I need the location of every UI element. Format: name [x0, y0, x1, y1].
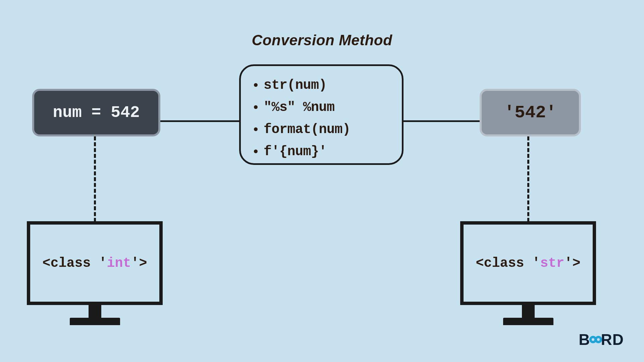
type-keyword: str — [540, 256, 565, 271]
monitor-left: <class 'int'> — [27, 221, 163, 325]
input-value-box: num = 542 — [32, 89, 160, 136]
type-prefix: <class ' — [42, 256, 107, 271]
logo-suffix: RD — [601, 330, 624, 349]
type-keyword: int — [107, 256, 131, 271]
type-suffix: '> — [565, 256, 581, 271]
monitor-right-screen: <class 'str'> — [460, 221, 596, 305]
type-display-right: <class 'str'> — [476, 256, 580, 271]
monitor-neck — [522, 305, 535, 318]
method-item: format(num) — [264, 120, 389, 140]
monitor-right: <class 'str'> — [460, 221, 596, 325]
input-value-text: num = 542 — [53, 104, 140, 122]
type-suffix: '> — [131, 256, 147, 271]
monitor-left-screen: <class 'int'> — [27, 221, 163, 305]
method-item: "%s" %num — [264, 98, 389, 118]
infinity-icon — [589, 336, 602, 343]
logo-prefix: B — [579, 330, 590, 349]
method-item: f'{num}' — [264, 142, 389, 162]
conversion-methods-box: str(num) "%s" %num format(num) f'{num}' — [239, 64, 404, 165]
connector-dashed-right — [527, 136, 529, 222]
connector-dashed-left — [94, 136, 96, 222]
diagram-title: Conversion Method — [0, 32, 644, 49]
method-item: str(num) — [264, 75, 389, 96]
type-prefix: <class ' — [476, 256, 540, 271]
output-value-box: '542' — [480, 89, 581, 136]
monitor-base — [503, 318, 553, 325]
brand-logo: B RD — [579, 330, 624, 349]
monitor-neck — [89, 305, 101, 318]
monitor-base — [70, 318, 120, 325]
output-value-text: '542' — [504, 103, 556, 123]
type-display-left: <class 'int'> — [42, 256, 147, 271]
